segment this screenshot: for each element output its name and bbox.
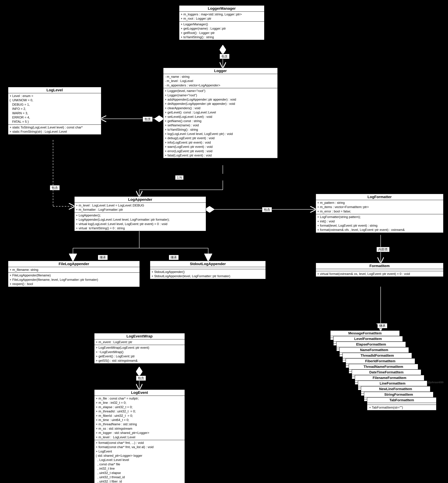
class-StdoutLogAppender: StdoutLogAppender + StdoutLogAppender() … xyxy=(150,261,266,279)
class-title: LogEvent xyxy=(95,390,185,396)
class-ops: + LogAppender(); + LogAppender(LogLevel:… xyxy=(74,213,206,231)
class-attrs-empty xyxy=(150,267,265,269)
class-title: ThreadIdFormatItem xyxy=(343,353,412,358)
class-Logger: Logger - m_name : string - m_level : Log… xyxy=(163,68,278,158)
class-FormatItem: FormatItem + virtual format(ostream& os,… xyxy=(316,263,443,277)
class-title: LoggerManager xyxy=(179,6,264,12)
label-contain: 包含 xyxy=(136,376,146,381)
class-attrs: + Level : enum = { UNKNOW = 0, DEBUG = 1… xyxy=(8,93,101,125)
class-title: FiberIdFormatItem xyxy=(346,359,415,364)
class-attrs: + m_pattern : string + m_items : vector<… xyxy=(316,200,443,214)
class-title: ThreadNameFormatItem xyxy=(349,364,418,369)
class-attrs-empty xyxy=(367,403,436,405)
class-ops: + static ToString(LogLevel::Level level)… xyxy=(8,125,101,134)
class-attrs-empty xyxy=(316,269,443,271)
class-LogAppender: LogAppender + m_level : LogLevel::Level … xyxy=(74,196,206,231)
class-attrs: + m_event : LogEvent::ptr xyxy=(95,339,185,345)
class-ops: + virtual format(ostream& os, level, Log… xyxy=(316,271,443,277)
class-LogLevel: LogLevel + Level : enum = { UNKNOW = 0, … xyxy=(8,87,101,135)
label-contain: 包含 xyxy=(262,207,272,212)
label-inherit: 继承 xyxy=(377,323,387,328)
class-title: FileLogAppender xyxy=(8,261,140,267)
class-LoggerManager: LoggerManager + m_loggers : map<std::str… xyxy=(179,5,264,40)
label-contain: 包含 xyxy=(50,185,60,190)
class-ops: + StdoutLogAppender() + StdoutLogAppende… xyxy=(150,269,265,279)
class-LogEvent: LogEvent + m_file : const char* = nullpt… xyxy=(94,389,185,483)
uml-canvas: LoggerManager + m_loggers : map<std::str… xyxy=(0,0,448,483)
class-title: StdoutLogAppender xyxy=(150,261,265,267)
class-title: MessageFormatItem xyxy=(330,331,400,336)
label-contain: 包含 xyxy=(143,116,153,122)
class-title: DateTimeFormatItem xyxy=(352,370,421,375)
class-ops: + LogEventWrap(LogEvent::ptr event) + ~L… xyxy=(95,345,185,363)
class-title: Logger xyxy=(163,68,277,74)
class-attrs: + m_file : const char* = nullptr; + m_li… xyxy=(95,396,185,440)
label-inherit: 继承 xyxy=(98,255,108,260)
class-ops: + FileLogAppender(filename) + FileLogApp… xyxy=(8,273,140,287)
class-ops: + Logger(level, name="root") + Logger(na… xyxy=(163,88,277,158)
class-LogFormatter: LogFormatter + m_pattern : string + m_it… xyxy=(316,194,443,233)
class-attrs: + m_loggers : map<std::string, Logger::p… xyxy=(179,12,264,22)
label-inherit: 继承 xyxy=(169,255,179,260)
class-title: ElapseFormatItem xyxy=(336,342,406,347)
class-ops: + format(const char* fmt, ...) : void + … xyxy=(95,440,185,483)
formatitem-subclass: TabFormatItem+ TabFormatItem(str="") xyxy=(367,397,436,410)
class-attrs: + m_level : LogLevel::Level = LogLevel::… xyxy=(74,203,206,213)
class-attrs: - m_name : string - m_level : LogLevel -… xyxy=(163,74,277,88)
class-title: NewLineFormatItem xyxy=(361,386,430,392)
class-title: LogFormatter xyxy=(316,194,443,200)
class-LogEventWrap: LogEventWrap + m_event : LogEvent::ptr +… xyxy=(94,333,185,364)
class-ops: + TabFormatItem(str="") xyxy=(367,405,436,410)
class-title: TabFormatItem xyxy=(367,398,436,403)
class-ops: + LogFormatter(string pattern); + init()… xyxy=(316,214,443,233)
class-title: LevelFormatItem xyxy=(334,336,402,342)
class-ops: + LoggerManager() + getLogger(name) : Lo… xyxy=(179,22,264,40)
class-title: FilenameFormatItem xyxy=(355,375,424,381)
class-attrs: + m_filename: string xyxy=(8,267,140,273)
label-1N: 1:N xyxy=(175,175,184,180)
class-title: LogLevel xyxy=(8,87,101,93)
class-title: FormatItem xyxy=(316,263,443,269)
class-title: LogEventWrap xyxy=(95,333,185,339)
class-FileLogAppender: FileLogAppender + m_filename: string + F… xyxy=(8,261,140,287)
class-title: LineFormatItem xyxy=(358,381,427,386)
class-title: StringFormatItem xyxy=(364,392,433,397)
label-inner: 内部类 xyxy=(376,247,390,252)
class-title: NameFormatItem xyxy=(340,347,409,353)
class-title: LogAppender xyxy=(74,197,206,203)
label-contain: 包含 xyxy=(219,54,230,59)
